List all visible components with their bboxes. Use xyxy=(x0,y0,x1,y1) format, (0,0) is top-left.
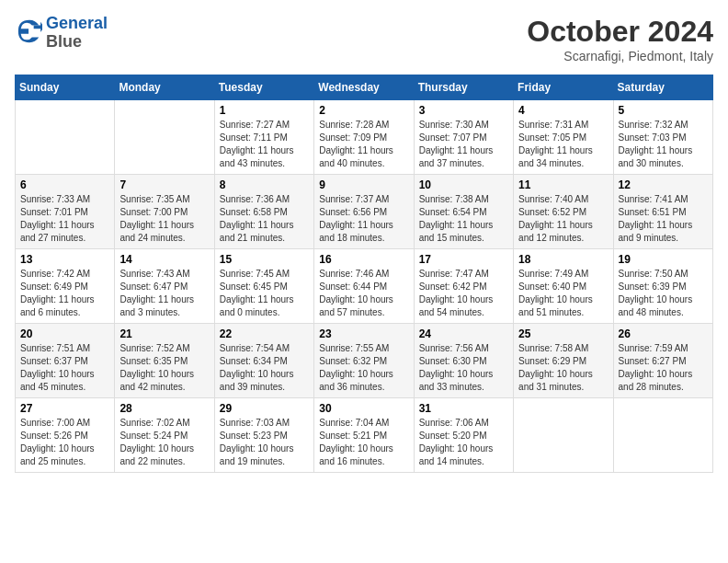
calendar-cell: 25Sunrise: 7:58 AMSunset: 6:29 PMDayligh… xyxy=(514,324,613,398)
calendar-cell: 13Sunrise: 7:42 AMSunset: 6:49 PMDayligh… xyxy=(16,249,115,324)
calendar-cell: 5Sunrise: 7:32 AMSunset: 7:03 PMDaylight… xyxy=(613,100,712,175)
header-friday: Friday xyxy=(514,75,613,100)
day-number: 25 xyxy=(518,327,608,340)
day-number: 4 xyxy=(518,104,608,117)
day-number: 5 xyxy=(619,104,708,117)
calendar-cell: 21Sunrise: 7:52 AMSunset: 6:35 PMDayligh… xyxy=(115,324,214,398)
day-number: 14 xyxy=(119,253,209,266)
day-number: 15 xyxy=(220,253,309,266)
calendar-cell: 2Sunrise: 7:28 AMSunset: 7:09 PMDaylight… xyxy=(314,100,414,175)
calendar-cell: 11Sunrise: 7:40 AMSunset: 6:52 PMDayligh… xyxy=(514,175,613,249)
day-info: Sunrise: 7:32 AMSunset: 7:03 PMDaylight:… xyxy=(619,119,708,170)
header-tuesday: Tuesday xyxy=(214,75,313,100)
header-sunday: Sunday xyxy=(16,75,115,100)
calendar-cell: 17Sunrise: 7:47 AMSunset: 6:42 PMDayligh… xyxy=(414,249,513,324)
day-info: Sunrise: 7:54 AMSunset: 6:34 PMDaylight:… xyxy=(220,342,309,394)
day-number: 1 xyxy=(220,104,309,117)
calendar-cell: 18Sunrise: 7:49 AMSunset: 6:40 PMDayligh… xyxy=(514,249,613,324)
calendar-cell: 27Sunrise: 7:00 AMSunset: 5:26 PMDayligh… xyxy=(16,398,115,473)
day-number: 7 xyxy=(119,178,209,191)
day-number: 28 xyxy=(119,402,209,415)
day-info: Sunrise: 7:42 AMSunset: 6:49 PMDaylight:… xyxy=(20,268,109,319)
day-info: Sunrise: 7:04 AMSunset: 5:21 PMDaylight:… xyxy=(319,417,408,468)
logo-icon xyxy=(17,18,42,44)
calendar-cell xyxy=(16,100,115,175)
location-subtitle: Scarnafigi, Piedmont, Italy xyxy=(527,49,713,63)
day-info: Sunrise: 7:46 AMSunset: 6:44 PMDaylight:… xyxy=(319,268,408,319)
day-info: Sunrise: 7:47 AMSunset: 6:42 PMDaylight:… xyxy=(419,268,508,319)
day-number: 9 xyxy=(319,178,408,191)
header-thursday: Thursday xyxy=(414,75,513,100)
calendar-week-2: 13Sunrise: 7:42 AMSunset: 6:49 PMDayligh… xyxy=(16,249,713,324)
day-info: Sunrise: 7:49 AMSunset: 6:40 PMDaylight:… xyxy=(518,268,608,319)
calendar-cell: 19Sunrise: 7:50 AMSunset: 6:39 PMDayligh… xyxy=(613,249,712,324)
calendar-week-1: 6Sunrise: 7:33 AMSunset: 7:01 PMDaylight… xyxy=(16,175,713,249)
calendar-cell: 22Sunrise: 7:54 AMSunset: 6:34 PMDayligh… xyxy=(214,324,313,398)
day-info: Sunrise: 7:33 AMSunset: 7:01 PMDaylight:… xyxy=(20,193,109,245)
header-saturday: Saturday xyxy=(613,75,712,100)
page-header: General Blue October 2024 Scarnafigi, Pi… xyxy=(15,15,713,63)
day-number: 31 xyxy=(419,402,508,415)
day-number: 22 xyxy=(220,327,309,340)
header-monday: Monday xyxy=(115,75,214,100)
day-info: Sunrise: 7:30 AMSunset: 7:07 PMDaylight:… xyxy=(419,119,508,170)
calendar-cell: 30Sunrise: 7:04 AMSunset: 5:21 PMDayligh… xyxy=(314,398,414,473)
calendar-table: SundayMondayTuesdayWednesdayThursdayFrid… xyxy=(15,75,713,473)
day-number: 12 xyxy=(619,178,708,191)
calendar-cell: 14Sunrise: 7:43 AMSunset: 6:47 PMDayligh… xyxy=(115,249,214,324)
calendar-week-4: 27Sunrise: 7:00 AMSunset: 5:26 PMDayligh… xyxy=(16,398,713,473)
calendar-cell: 29Sunrise: 7:03 AMSunset: 5:23 PMDayligh… xyxy=(214,398,313,473)
calendar-cell xyxy=(115,100,214,175)
month-title: October 2024 xyxy=(527,15,713,49)
calendar-cell: 26Sunrise: 7:59 AMSunset: 6:27 PMDayligh… xyxy=(613,324,712,398)
day-info: Sunrise: 7:45 AMSunset: 6:45 PMDaylight:… xyxy=(220,268,309,319)
day-info: Sunrise: 7:55 AMSunset: 6:32 PMDaylight:… xyxy=(319,342,408,394)
calendar-cell: 12Sunrise: 7:41 AMSunset: 6:51 PMDayligh… xyxy=(613,175,712,249)
calendar-cell: 23Sunrise: 7:55 AMSunset: 6:32 PMDayligh… xyxy=(314,324,414,398)
day-number: 20 xyxy=(20,327,109,340)
day-number: 29 xyxy=(220,402,309,415)
calendar-cell xyxy=(514,398,613,473)
day-number: 26 xyxy=(619,327,708,340)
header-row: SundayMondayTuesdayWednesdayThursdayFrid… xyxy=(16,75,713,100)
day-info: Sunrise: 7:41 AMSunset: 6:51 PMDaylight:… xyxy=(619,193,708,245)
calendar-cell xyxy=(613,398,712,473)
day-info: Sunrise: 7:40 AMSunset: 6:52 PMDaylight:… xyxy=(518,193,608,245)
calendar-week-3: 20Sunrise: 7:51 AMSunset: 6:37 PMDayligh… xyxy=(16,324,713,398)
calendar-cell: 24Sunrise: 7:56 AMSunset: 6:30 PMDayligh… xyxy=(414,324,513,398)
day-number: 18 xyxy=(518,253,608,266)
day-number: 19 xyxy=(619,253,708,266)
day-number: 17 xyxy=(419,253,508,266)
day-info: Sunrise: 7:31 AMSunset: 7:05 PMDaylight:… xyxy=(518,119,608,170)
day-info: Sunrise: 7:06 AMSunset: 5:20 PMDaylight:… xyxy=(419,417,508,468)
day-info: Sunrise: 7:59 AMSunset: 6:27 PMDaylight:… xyxy=(619,342,708,394)
day-info: Sunrise: 7:02 AMSunset: 5:24 PMDaylight:… xyxy=(119,417,209,468)
calendar-week-0: 1Sunrise: 7:27 AMSunset: 7:11 PMDaylight… xyxy=(16,100,713,175)
day-info: Sunrise: 7:36 AMSunset: 6:58 PMDaylight:… xyxy=(220,193,309,245)
title-block: October 2024 Scarnafigi, Piedmont, Italy xyxy=(527,15,713,63)
calendar-cell: 4Sunrise: 7:31 AMSunset: 7:05 PMDaylight… xyxy=(514,100,613,175)
day-info: Sunrise: 7:51 AMSunset: 6:37 PMDaylight:… xyxy=(20,342,109,394)
day-info: Sunrise: 7:35 AMSunset: 7:00 PMDaylight:… xyxy=(119,193,209,245)
header-wednesday: Wednesday xyxy=(314,75,414,100)
logo-text: General Blue xyxy=(46,15,108,52)
calendar-cell: 9Sunrise: 7:37 AMSunset: 6:56 PMDaylight… xyxy=(314,175,414,249)
day-number: 30 xyxy=(319,402,408,415)
calendar-cell: 31Sunrise: 7:06 AMSunset: 5:20 PMDayligh… xyxy=(414,398,513,473)
day-info: Sunrise: 7:27 AMSunset: 7:11 PMDaylight:… xyxy=(220,119,309,170)
calendar-cell: 28Sunrise: 7:02 AMSunset: 5:24 PMDayligh… xyxy=(115,398,214,473)
calendar-cell: 15Sunrise: 7:45 AMSunset: 6:45 PMDayligh… xyxy=(214,249,313,324)
day-number: 24 xyxy=(419,327,508,340)
calendar-cell: 16Sunrise: 7:46 AMSunset: 6:44 PMDayligh… xyxy=(314,249,414,324)
day-number: 3 xyxy=(419,104,508,117)
calendar-cell: 8Sunrise: 7:36 AMSunset: 6:58 PMDaylight… xyxy=(214,175,313,249)
day-info: Sunrise: 7:58 AMSunset: 6:29 PMDaylight:… xyxy=(518,342,608,394)
day-info: Sunrise: 7:37 AMSunset: 6:56 PMDaylight:… xyxy=(319,193,408,245)
calendar-cell: 10Sunrise: 7:38 AMSunset: 6:54 PMDayligh… xyxy=(414,175,513,249)
day-number: 27 xyxy=(20,402,109,415)
day-info: Sunrise: 7:28 AMSunset: 7:09 PMDaylight:… xyxy=(319,119,408,170)
day-number: 2 xyxy=(319,104,408,117)
day-number: 10 xyxy=(419,178,508,191)
calendar-cell: 3Sunrise: 7:30 AMSunset: 7:07 PMDaylight… xyxy=(414,100,513,175)
day-number: 8 xyxy=(220,178,309,191)
